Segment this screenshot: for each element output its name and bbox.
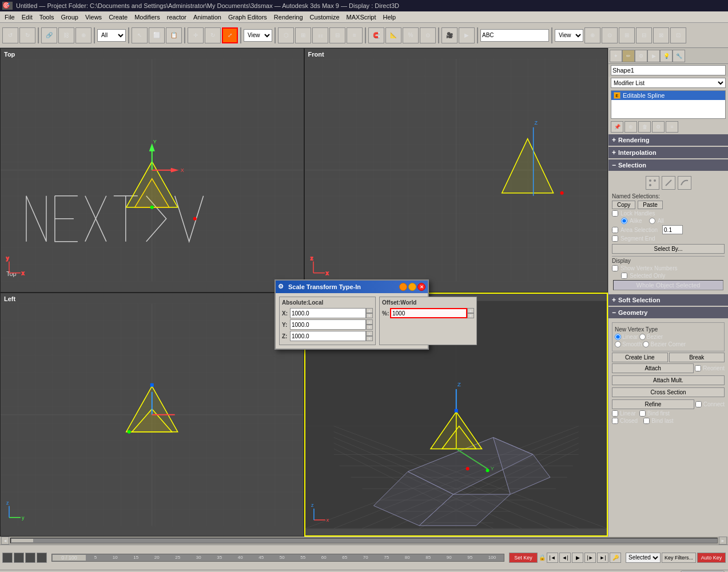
x-value-input[interactable] (290, 308, 366, 318)
interpolation-rollout-header[interactable]: + Interpolation (608, 147, 728, 158)
angle-snap[interactable]: 📐 (385, 27, 401, 43)
scroll-thumb[interactable] (11, 538, 34, 543)
viewport-icon-br[interactable] (37, 553, 47, 563)
menu-rendering[interactable]: Rendering (270, 13, 307, 22)
viewport-left[interactable]: Left (0, 293, 304, 537)
alike-radio[interactable] (621, 218, 627, 224)
quick-align-button[interactable]: ⊟ (329, 27, 345, 43)
tool-btn-3[interactable]: ⊞ (619, 27, 635, 43)
pin-stack-btn[interactable]: 📌 (611, 121, 623, 133)
menu-customize[interactable]: Customize (307, 13, 343, 22)
play-btn[interactable]: ▶ (572, 553, 583, 563)
x-spin-up[interactable]: ▲ (366, 308, 373, 313)
scroll-track[interactable] (10, 538, 718, 543)
menu-edit[interactable]: Edit (18, 13, 36, 22)
all-radio[interactable] (649, 218, 655, 224)
view-combo-2[interactable]: View (555, 29, 583, 42)
key-filters-button[interactable]: Key Filters... (662, 553, 696, 563)
rendering-rollout-header[interactable]: + Rendering (608, 134, 728, 146)
menu-modifiers[interactable]: Modifiers (131, 13, 164, 22)
filter-dropdown[interactable]: All (97, 29, 126, 42)
lock-handles-checkbox[interactable] (612, 210, 618, 217)
bind-first-checkbox[interactable] (639, 410, 646, 417)
select-name-button[interactable]: 📋 (166, 27, 182, 43)
select-button[interactable]: ↖ (132, 27, 148, 43)
x-spin-down[interactable]: ▼ (366, 313, 373, 318)
modify-panel-btn[interactable]: ✏ (622, 50, 635, 62)
y-spin-up[interactable]: ▲ (366, 319, 373, 325)
modifier-stack[interactable]: E Editable Spline (611, 90, 726, 119)
spinner-snap[interactable]: ⊙ (420, 27, 436, 43)
display-panel-btn[interactable]: 💡 (660, 50, 673, 62)
quick-render-button[interactable]: ▶ (459, 27, 475, 43)
menu-reactor[interactable]: reactor (164, 13, 190, 22)
selected-only-checkbox[interactable] (621, 273, 627, 279)
pct-spin-down[interactable]: ▼ (467, 313, 474, 318)
dialog-restore-btn[interactable] (408, 283, 416, 291)
align-button[interactable]: ⚏ (312, 27, 328, 43)
pct-spin-up[interactable]: ▲ (467, 308, 474, 313)
object-name-field[interactable] (480, 29, 549, 42)
select-by-button[interactable]: Select By... (612, 244, 725, 254)
menu-animation[interactable]: Animation (190, 13, 225, 22)
attach-mult-button[interactable]: Attach Mult. (612, 375, 725, 385)
dialog-close-btn[interactable]: ✕ (417, 283, 425, 291)
key-mode-btn[interactable]: 🔑 (610, 553, 621, 563)
viewport-icon-tl[interactable] (2, 553, 13, 563)
selected-dropdown[interactable]: Selected (626, 553, 661, 563)
vertex-mode-btn[interactable] (646, 176, 659, 190)
area-selection-value[interactable] (662, 225, 683, 234)
unlink-button[interactable]: ⛓ (58, 27, 74, 43)
menu-file[interactable]: File (1, 13, 18, 22)
prev-key-btn[interactable]: ◄| (559, 553, 571, 563)
remove-modifier-btn[interactable]: 🗑 (638, 121, 651, 133)
selection-rollout-header[interactable]: − Selection (608, 159, 728, 171)
refine-button[interactable]: Refine (612, 399, 694, 409)
y-value-input[interactable] (290, 319, 366, 330)
z-spin-down[interactable]: ▼ (366, 336, 373, 341)
geometry-rollout-header[interactable]: − Geometry (608, 307, 728, 318)
move-button[interactable]: ✛ (188, 27, 204, 43)
viewport-icon-tr[interactable] (14, 553, 24, 563)
tool-btn-5[interactable]: ⊠ (653, 27, 669, 43)
viewport-front[interactable]: Front Z (304, 48, 608, 293)
menu-help[interactable]: Help (380, 13, 400, 22)
smooth-radio[interactable] (615, 341, 621, 347)
z-value-input[interactable] (290, 331, 366, 341)
next-key-btn[interactable]: |► (584, 553, 596, 563)
undo-button[interactable]: ↺ (2, 27, 18, 43)
tool-btn-6[interactable]: ⊡ (670, 27, 686, 43)
menu-group[interactable]: Group (57, 13, 82, 22)
copy-named-sel-button[interactable]: Copy (612, 201, 635, 209)
offset-value-input[interactable] (390, 308, 467, 318)
mirror-button[interactable]: ⬡ (278, 27, 294, 43)
go-end-btn[interactable]: ►| (597, 553, 608, 563)
viewport-top[interactable]: Top Top (0, 48, 304, 293)
configure-modifier-sets-btn[interactable]: ⚙ (652, 121, 665, 133)
menu-tools[interactable]: Tools (36, 13, 58, 22)
array-button[interactable]: ⊞ (295, 27, 311, 43)
show-vertex-numbers-checkbox[interactable] (612, 265, 618, 271)
pct-snap[interactable]: % (403, 27, 419, 43)
create-line-button[interactable]: Create Line (612, 353, 668, 362)
menu-graph-editors[interactable]: Graph Editors (225, 13, 270, 22)
tool-btn-2[interactable]: ⊙ (602, 27, 618, 43)
menu-create[interactable]: Create (105, 13, 131, 22)
hierarchy-panel-btn[interactable]: ⚙ (635, 50, 647, 62)
segment-mode-btn[interactable] (662, 176, 675, 190)
bezier-corner-radio[interactable] (643, 341, 649, 347)
linear-lower-checkbox[interactable] (612, 410, 618, 417)
bind-last-checkbox[interactable] (643, 418, 650, 424)
select-region-button[interactable]: ⬜ (149, 27, 165, 43)
show-modifier-sets-btn[interactable]: ≡ (666, 121, 678, 133)
dialog-minimize-btn[interactable] (399, 283, 407, 291)
snap-toggle[interactable]: 🧲 (368, 27, 384, 43)
soft-selection-rollout-header[interactable]: + Soft Selection (608, 294, 728, 306)
area-selection-checkbox[interactable] (612, 227, 618, 233)
menu-maxscript[interactable]: MAXScript (343, 13, 380, 22)
viewport-combo[interactable]: View (244, 29, 272, 42)
z-spin-up[interactable]: ▲ (366, 331, 373, 336)
attach-button[interactable]: Attach (612, 363, 694, 373)
redo-button[interactable]: ↻ (19, 27, 35, 43)
cross-section-button[interactable]: Cross Section (612, 387, 725, 397)
